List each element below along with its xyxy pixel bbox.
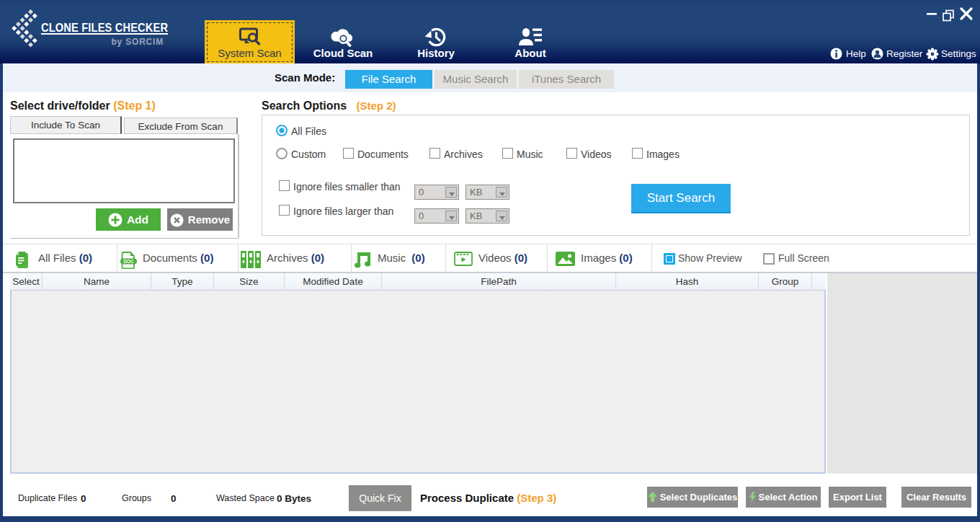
svg-text:DOC: DOC: [123, 259, 134, 264]
